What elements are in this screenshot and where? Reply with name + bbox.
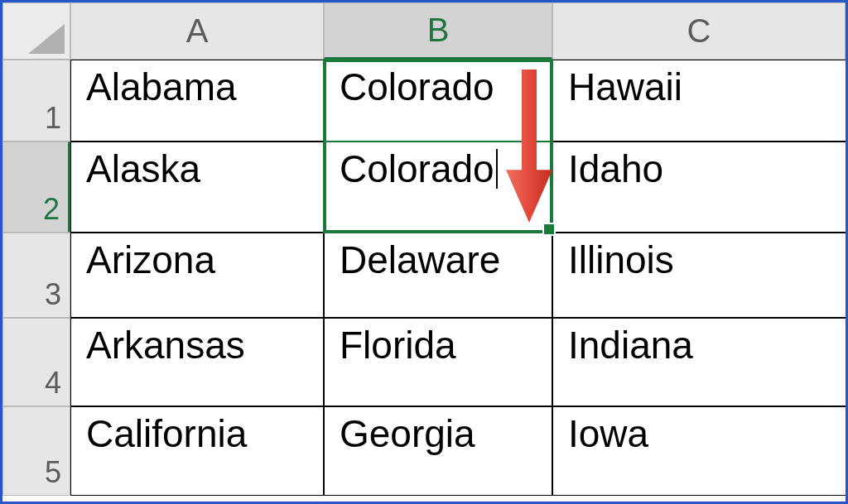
cell-a5[interactable]: California [70, 406, 324, 496]
select-all-corner[interactable] [2, 2, 70, 60]
cell-a1[interactable]: Alabama [70, 60, 324, 142]
cell-c5[interactable]: Iowa [552, 406, 846, 496]
cell-a2[interactable]: Alaska [70, 142, 324, 233]
column-header-a[interactable]: A [70, 2, 324, 60]
row-header-1[interactable]: 1 [2, 60, 70, 142]
cell-b1[interactable]: Colorado [324, 60, 552, 142]
worksheet[interactable]: A B C 1 2 3 4 5 Alabama Alaska Arizona A… [2, 2, 846, 502]
row-header-5[interactable]: 5 [2, 406, 70, 496]
cell-a3[interactable]: Arizona [70, 233, 324, 318]
cell-b5[interactable]: Georgia [324, 406, 552, 496]
cell-c1[interactable]: Hawaii [552, 60, 846, 142]
cell-c2[interactable]: Idaho [552, 142, 846, 233]
row-header-2[interactable]: 2 [2, 142, 70, 233]
column-header-c[interactable]: C [552, 2, 846, 60]
cell-b4[interactable]: Florida [324, 318, 552, 406]
cell-b3[interactable]: Delaware [324, 233, 552, 318]
cell-a4[interactable]: Arkansas [70, 318, 324, 406]
text-cursor [496, 149, 498, 189]
cell-c3[interactable]: Illinois [552, 233, 846, 318]
row-header-3[interactable]: 3 [2, 233, 70, 318]
cell-c4[interactable]: Indiana [552, 318, 846, 406]
cell-b2-value: Colorado [340, 149, 494, 189]
row-header-4[interactable]: 4 [2, 318, 70, 406]
column-header-b[interactable]: B [324, 2, 552, 60]
cell-b2[interactable]: Colorado [324, 142, 552, 233]
spreadsheet-frame: A B C 1 2 3 4 5 Alabama Alaska Arizona A… [0, 0, 848, 504]
